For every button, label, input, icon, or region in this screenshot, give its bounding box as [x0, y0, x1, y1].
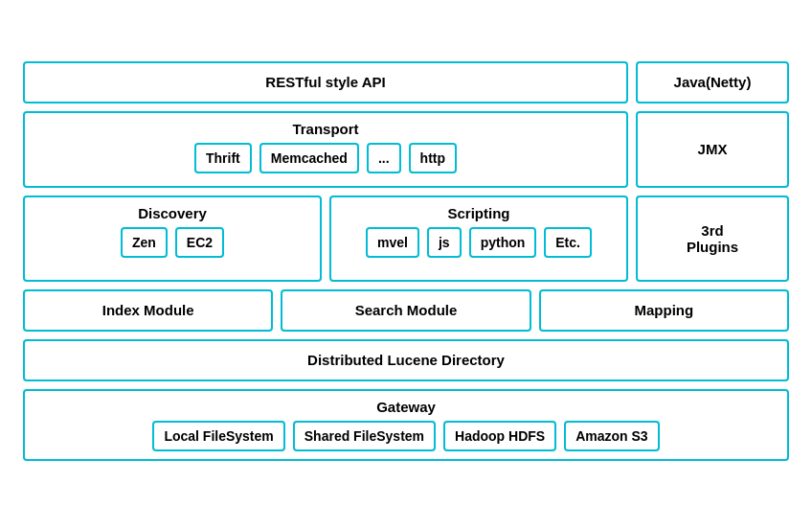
plugins-label: 3rd Plugins	[687, 222, 738, 255]
zen-label: Zen	[132, 235, 156, 250]
mvel-box: mvel	[366, 227, 419, 258]
hadoop-box: Hadoop HDFS	[443, 421, 556, 451]
transport-inner: Thrift Memcached ... http	[34, 143, 617, 173]
ec2-label: EC2	[187, 235, 213, 250]
row-2: Transport Thrift Memcached ... http JMX	[23, 111, 789, 188]
js-box: js	[427, 227, 462, 258]
jmx-label: JMX	[698, 141, 728, 157]
hadoop-label: Hadoop HDFS	[455, 428, 545, 444]
search-module-label: Search Module	[355, 302, 458, 318]
dots-box: ...	[367, 143, 401, 173]
etc-label: Etc.	[555, 235, 580, 250]
js-label: js	[439, 235, 450, 250]
mapping-label: Mapping	[634, 302, 693, 318]
plugins-box: 3rd Plugins	[636, 196, 789, 282]
local-fs-box: Local FileSystem	[152, 421, 284, 451]
thrift-label: Thrift	[206, 150, 240, 166]
architecture-diagram: RESTful style API Java(Netty) Transport …	[13, 52, 799, 478]
amazon-s3-label: Amazon S3	[575, 428, 647, 444]
dots-label: ...	[378, 150, 390, 166]
gateway-label: Gateway	[34, 399, 778, 415]
thrift-box: Thrift	[194, 143, 252, 173]
memcached-box: Memcached	[259, 143, 359, 173]
jmx-box: JMX	[636, 111, 789, 188]
mvel-label: mvel	[377, 235, 408, 250]
amazon-s3-box: Amazon S3	[564, 421, 659, 451]
java-netty-label: Java(Netty)	[674, 74, 752, 90]
http-label: http	[420, 150, 445, 166]
local-fs-label: Local FileSystem	[164, 428, 273, 444]
discovery-inner: Zen EC2	[34, 227, 310, 258]
discovery-box: Discovery Zen EC2	[23, 196, 322, 282]
memcached-label: Memcached	[271, 150, 348, 166]
http-box: http	[409, 143, 457, 173]
gateway-inner: Local FileSystem Shared FileSystem Hadoo…	[34, 421, 778, 451]
python-box: python	[469, 227, 537, 258]
transport-box: Transport Thrift Memcached ... http	[23, 111, 628, 188]
zen-box: Zen	[121, 227, 168, 258]
row-3: Discovery Zen EC2 Scripting mvel js	[23, 196, 789, 282]
etc-box: Etc.	[544, 227, 592, 258]
scripting-label: Scripting	[341, 205, 617, 221]
gateway-box: Gateway Local FileSystem Shared FileSyst…	[23, 389, 789, 461]
restful-api-label: RESTful style API	[265, 74, 385, 90]
python-label: python	[481, 235, 526, 250]
discovery-label: Discovery	[34, 205, 310, 221]
scripting-box: Scripting mvel js python Etc.	[329, 196, 628, 282]
ec2-box: EC2	[175, 227, 224, 258]
index-module-box: Index Module	[23, 289, 273, 332]
shared-fs-label: Shared FileSystem	[304, 428, 424, 444]
row-4: Index Module Search Module Mapping	[23, 289, 789, 332]
restful-api-box: RESTful style API	[23, 61, 628, 104]
row-5: Distributed Lucene Directory	[23, 339, 789, 381]
transport-label: Transport	[34, 121, 617, 137]
index-module-label: Index Module	[102, 302, 194, 318]
scripting-inner: mvel js python Etc.	[341, 227, 617, 258]
lucene-label: Distributed Lucene Directory	[307, 352, 505, 368]
search-module-box: Search Module	[281, 289, 530, 332]
java-netty-box: Java(Netty)	[636, 61, 789, 104]
shared-fs-box: Shared FileSystem	[293, 421, 436, 451]
row-6: Gateway Local FileSystem Shared FileSyst…	[23, 389, 789, 461]
row-1: RESTful style API Java(Netty)	[23, 61, 789, 104]
mapping-box: Mapping	[539, 289, 789, 332]
lucene-box: Distributed Lucene Directory	[23, 339, 789, 381]
